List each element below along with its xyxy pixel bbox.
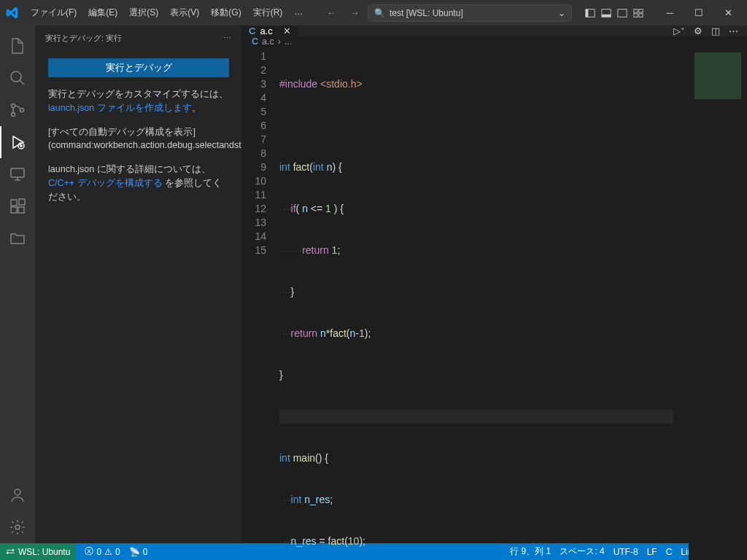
svg-rect-18 xyxy=(19,199,25,205)
menu-view[interactable]: 表示(V) xyxy=(165,4,204,22)
search-text: test [WSL: Ubuntu] xyxy=(390,8,463,18)
c-file-icon: C xyxy=(252,36,258,47)
menu-bar: ファイル(F) 編集(E) 選択(S) 表示(V) 移動(G) 実行(R) … xyxy=(26,4,308,22)
create-launch-json-link[interactable]: launch.json ファイルを作成します xyxy=(48,103,192,113)
svg-point-10 xyxy=(12,104,15,108)
menu-run[interactable]: 実行(R) xyxy=(248,4,288,22)
svg-rect-5 xyxy=(634,9,638,12)
menu-more[interactable]: … xyxy=(289,4,308,22)
layout-custom-icon[interactable] xyxy=(632,7,645,20)
menu-file[interactable]: ファイル(F) xyxy=(26,4,82,22)
sidebar-more-icon[interactable]: ⋯ xyxy=(223,34,231,43)
sidebar-para-3: launch.json に関する詳細については、C/C++ デバッグを構成する … xyxy=(48,163,228,203)
status-errors[interactable]: ⓧ0⚠0 xyxy=(85,545,120,558)
sidebar-title: 実行とデバッグ: 実行 xyxy=(45,33,122,44)
activity-account-icon[interactable] xyxy=(0,479,35,511)
close-tab-icon[interactable]: ✕ xyxy=(283,26,291,36)
layout-bottom-icon[interactable] xyxy=(600,7,613,20)
svg-rect-8 xyxy=(639,13,643,16)
nav-fwd-icon[interactable]: → xyxy=(344,7,365,18)
tab-bar: C a.c ✕ ▷˅ ⚙ ◫ ⋯ xyxy=(241,26,747,36)
svg-rect-7 xyxy=(634,13,638,16)
remote-icon: ⮂ xyxy=(6,547,15,557)
window-close[interactable]: ✕ xyxy=(715,0,741,26)
sidebar-para-1: 実行とデバッグをカスタマイズするには、launch.json ファイルを作成しま… xyxy=(48,88,228,115)
radio-icon: 📡 xyxy=(129,547,140,557)
debug-settings-icon[interactable]: ⚙ xyxy=(694,26,703,36)
nav-back-icon[interactable]: ← xyxy=(321,7,341,18)
layout-controls xyxy=(584,7,645,20)
svg-rect-1 xyxy=(586,9,589,17)
svg-rect-16 xyxy=(11,207,17,213)
activity-extensions-icon[interactable] xyxy=(0,190,35,222)
svg-point-11 xyxy=(12,113,15,117)
c-file-icon: C xyxy=(249,26,255,36)
window-minimize[interactable]: ─ xyxy=(657,0,683,26)
svg-rect-6 xyxy=(639,9,643,12)
warning-icon: ⚠ xyxy=(104,547,112,557)
sidebar-header: 実行とデバッグ: 実行 ⋯ xyxy=(35,26,241,51)
command-center[interactable]: 🔍 test [WSL: Ubuntu] ⌄ xyxy=(368,4,572,22)
activity-run-debug-icon[interactable] xyxy=(0,126,35,158)
activity-scm-icon[interactable] xyxy=(0,94,35,126)
layout-left-icon[interactable] xyxy=(584,7,597,20)
code-editor[interactable]: 123456789101112131415 #include <stdio.h>… xyxy=(241,47,747,560)
editor-group: C a.c ✕ ▷˅ ⚙ ◫ ⋯ C a.c › ... 12345678910… xyxy=(241,26,747,543)
minimap[interactable] xyxy=(689,47,747,560)
tab-label: a.c xyxy=(260,26,272,36)
title-bar: ファイル(F) 編集(E) 選択(S) 表示(V) 移動(G) 実行(R) … … xyxy=(0,0,747,26)
svg-point-19 xyxy=(15,489,20,495)
activity-settings-icon[interactable] xyxy=(0,511,35,543)
window-maximize[interactable]: ☐ xyxy=(686,0,712,26)
search-icon: 🔍 xyxy=(374,8,385,18)
split-editor-icon[interactable]: ◫ xyxy=(711,26,720,36)
svg-rect-17 xyxy=(18,207,24,213)
code-content[interactable]: #include <stdio.h> int fact(int n) { ···… xyxy=(279,47,673,560)
run-debug-sidebar: 実行とデバッグ: 実行 ⋯ 実行とデバッグ 実行とデバッグをカスタマイズするには… xyxy=(35,26,241,543)
tab-a-c[interactable]: C a.c ✕ xyxy=(241,26,298,36)
svg-point-12 xyxy=(20,109,24,112)
status-ports[interactable]: 📡0 xyxy=(129,547,148,557)
svg-rect-15 xyxy=(11,200,17,206)
sidebar-para-2: [すべての自動デバッグ構成を表示](command:workbench.acti… xyxy=(48,125,228,153)
menu-go[interactable]: 移動(G) xyxy=(206,4,246,22)
svg-point-20 xyxy=(15,525,20,529)
layout-right-icon[interactable] xyxy=(616,7,629,20)
activity-search-icon[interactable] xyxy=(0,62,35,94)
svg-rect-4 xyxy=(618,9,627,17)
activity-folder-icon[interactable] xyxy=(0,222,35,254)
vscode-logo-icon xyxy=(6,7,18,19)
configure-cpp-debug-link[interactable]: C/C++ デバッグを構成する xyxy=(48,178,163,188)
activity-explorer-icon[interactable] xyxy=(0,30,35,62)
error-icon: ⓧ xyxy=(85,545,93,558)
menu-edit[interactable]: 編集(E) xyxy=(83,4,123,22)
breadcrumb[interactable]: C a.c › ... xyxy=(241,36,747,47)
editor-actions: ▷˅ ⚙ ◫ ⋯ xyxy=(673,26,747,36)
svg-rect-14 xyxy=(11,168,24,177)
svg-point-9 xyxy=(11,71,21,82)
status-remote[interactable]: ⮂WSL: Ubuntu xyxy=(0,543,76,560)
activity-bar xyxy=(0,26,35,543)
activity-remote-explorer-icon[interactable] xyxy=(0,158,35,190)
run-and-debug-button[interactable]: 実行とデバッグ xyxy=(48,58,229,77)
chevron-down-icon: ⌄ xyxy=(558,8,565,18)
editor-more-icon[interactable]: ⋯ xyxy=(729,26,738,36)
run-dropdown-icon[interactable]: ▷˅ xyxy=(673,26,685,36)
menu-select[interactable]: 選択(S) xyxy=(124,4,163,22)
svg-rect-3 xyxy=(602,14,611,17)
line-numbers: 123456789101112131415 xyxy=(241,47,279,560)
